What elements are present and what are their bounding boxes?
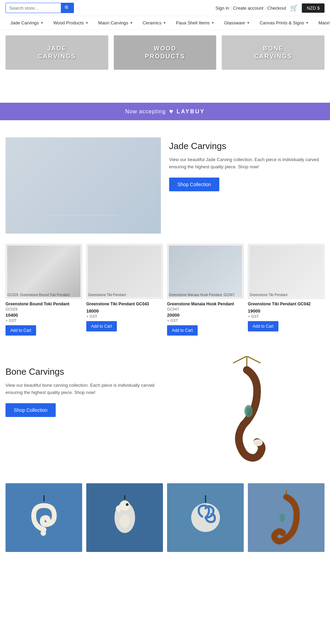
search-form: 🔍 [6, 3, 74, 13]
product-gst: + GST [248, 314, 324, 318]
bottom-product-card[interactable] [167, 483, 244, 552]
product-spiral-image [187, 495, 224, 540]
jade-carvings-section: Jade Carvings View our beautiful Jade Ca… [0, 127, 330, 244]
svg-point-6 [254, 440, 261, 445]
product-name: Greenstone Manaia Hook Pendant [167, 302, 244, 306]
cart-icon[interactable]: 🛒 [290, 4, 298, 12]
add-to-cart-button[interactable]: Add to Cart [6, 325, 36, 336]
product-card: GC029. Greenstone Bound Toki Pendant Gre… [6, 244, 82, 336]
product-price: 19000 [248, 308, 324, 314]
chevron-down-icon: ▼ [211, 21, 214, 25]
chevron-down-icon: ▼ [40, 21, 44, 25]
header: 🔍 Sign in | Create account | Checkout 🛒 … [0, 0, 330, 16]
product-twist-image [27, 495, 61, 540]
jade-section-image [6, 137, 161, 234]
product-img-label: Greenstone Manaia Hook Pendant. GC047 [169, 293, 234, 297]
search-input[interactable] [6, 3, 61, 13]
product-image: Greenstone Tiki Pendant [86, 244, 163, 299]
product-gst: + GST [86, 314, 163, 318]
search-button[interactable]: 🔍 [61, 3, 74, 13]
svg-point-10 [120, 500, 130, 511]
jade-section-title: Jade Carvings [169, 141, 324, 151]
product-name: Greenstone Bound Toki Pendant [6, 302, 82, 306]
nav-maori[interactable]: Maori ▼ [314, 16, 330, 30]
bone-section-text: Bone Carvings View our beautiful bone ca… [6, 356, 161, 427]
category-label: BONECARVINGS [254, 45, 292, 61]
create-account-link[interactable]: Create account [233, 5, 263, 11]
product-code: GC047 [167, 307, 244, 311]
svg-point-4 [246, 407, 251, 415]
bottom-product-card[interactable] [248, 483, 324, 552]
product-image: Greenstone Tiki Pendant [248, 244, 324, 299]
product-img-label: GC029. Greenstone Bound Toki Pendant [7, 293, 70, 297]
add-to-cart-button[interactable]: Add to Cart [86, 321, 117, 331]
category-bone-carvings[interactable]: BONECARVINGS [222, 35, 324, 70]
checkout-link[interactable]: Checkout [267, 5, 286, 11]
bone-section-title: Bone Carvings [6, 366, 161, 377]
product-price: 10400 [6, 313, 82, 318]
svg-line-2 [247, 356, 261, 363]
product-card: Greenstone Manaia Hook Pendant. GC047 Gr… [167, 244, 244, 336]
bone-carvings-section: Bone Carvings View our beautiful bone ca… [0, 346, 330, 483]
category-jade-carvings[interactable]: JADECARVINGS [6, 35, 108, 70]
add-to-cart-button[interactable]: Add to Cart [248, 321, 278, 331]
product-img-label: Greenstone Tiki Pendant [250, 293, 287, 297]
product-name: Greenstone Tiki Pendant GC043 [86, 302, 163, 306]
nav-canvas-prints[interactable]: Canvas Prints & Signs ▼ [255, 16, 314, 30]
svg-point-17 [279, 513, 285, 522]
laybuy-brand: LAYBUY [177, 109, 205, 115]
product-code: GC029 [6, 307, 82, 311]
product-gst: + GST [167, 318, 244, 323]
category-label: JADECARVINGS [38, 45, 76, 61]
bottom-product-card[interactable] [6, 483, 82, 552]
chevron-down-icon: ▼ [85, 21, 89, 25]
product-image: Greenstone Manaia Hook Pendant. GC047 [167, 244, 244, 299]
product-name: Greenstone Tiki Pendant GC042 [248, 302, 324, 306]
bone-shop-collection-button[interactable]: Shop Collection [6, 403, 56, 417]
category-cards: JADECARVINGS WOODPRODUCTS BONECARVINGS [0, 30, 330, 75]
product-img-label: Greenstone Tiki Pendant [88, 293, 126, 297]
category-wood-products[interactable]: WOODPRODUCTS [114, 35, 217, 70]
nav-glassware[interactable]: Glassware ▼ [219, 16, 255, 30]
category-label: WOODPRODUCTS [145, 45, 185, 61]
bottom-products-grid [0, 483, 330, 557]
jade-products-grid: GC029. Greenstone Bound Toki Pendant Gre… [0, 244, 330, 346]
svg-point-12 [120, 514, 130, 528]
jade-section-desc: View our beautiful Jade Carving collecti… [169, 156, 324, 171]
product-hook-image [269, 490, 304, 545]
divider2: | [265, 5, 266, 11]
product-price: 18000 [86, 308, 163, 314]
bone-section-image [169, 356, 324, 473]
chevron-down-icon: ▼ [130, 21, 133, 25]
svg-point-7 [41, 530, 46, 536]
bottom-product-card[interactable] [86, 483, 163, 552]
bone-pendant-image [216, 356, 278, 473]
product-image: GC029. Greenstone Bound Toki Pendant [6, 244, 82, 299]
product-card: Greenstone Tiki Pendant Greenstone Tiki … [86, 244, 163, 336]
nav-paua-shell[interactable]: Paua Shell Items ▼ [171, 16, 219, 30]
currency-button[interactable]: NZD $ [302, 3, 324, 13]
chevron-down-icon: ▼ [163, 21, 166, 25]
svg-point-11 [126, 503, 129, 506]
product-gst: + GST [6, 318, 82, 323]
svg-line-1 [233, 356, 247, 363]
nav-maori-carvings[interactable]: Maori Carvings ▼ [94, 16, 138, 30]
chevron-down-icon: ▼ [306, 21, 309, 25]
bone-section-desc: View our beautiful bone carving collecti… [6, 382, 161, 396]
jade-shop-collection-button[interactable]: Shop Collection [169, 178, 219, 191]
nav-wood-products[interactable]: Wood Products ▼ [48, 16, 94, 30]
add-to-cart-button[interactable]: Add to Cart [167, 325, 198, 336]
divider: | [231, 5, 232, 11]
laybuy-heart-icon: ♥ [169, 108, 173, 115]
nav-jade-carvings[interactable]: Jade Carvings ▼ [6, 16, 48, 30]
product-card: Greenstone Tiki Pendant Greenstone Tiki … [248, 244, 324, 336]
chevron-down-icon: ▼ [246, 21, 250, 25]
sign-in-link[interactable]: Sign in [216, 5, 229, 11]
search-icon: 🔍 [64, 5, 70, 11]
nav-ceramics[interactable]: Ceramics ▼ [138, 16, 171, 30]
product-bird-image [108, 495, 142, 540]
laybuy-banner: Now accepting ♥ LAYBUY [0, 103, 330, 120]
jade-section-text: Jade Carvings View our beautiful Jade Ca… [169, 137, 324, 195]
main-nav: Jade Carvings ▼ Wood Products ▼ Maori Ca… [0, 16, 330, 30]
spacer [0, 75, 330, 96]
